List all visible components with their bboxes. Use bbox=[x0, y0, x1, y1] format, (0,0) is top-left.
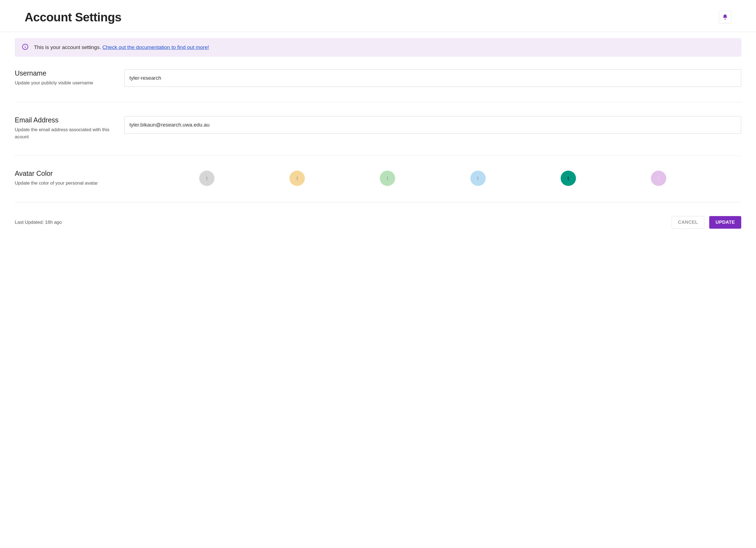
avatar-color-swatch-4[interactable]: t bbox=[561, 171, 576, 186]
avatar-color-swatch-0[interactable]: t bbox=[199, 171, 215, 186]
username-input[interactable] bbox=[124, 69, 741, 87]
email-input[interactable] bbox=[124, 116, 741, 134]
footer-row: Last Updated: 16h ago CANCEL UPDATE bbox=[15, 213, 741, 229]
email-section: Email Address Update the email address a… bbox=[15, 113, 741, 156]
avatar-color-swatch-3[interactable]: t bbox=[470, 171, 486, 186]
avatar-color-swatch-5[interactable]: t bbox=[651, 171, 666, 186]
username-section: Username Update your publicly visible us… bbox=[15, 67, 741, 102]
info-banner-text-static: This is your account settings. bbox=[34, 44, 102, 50]
avatar-color-swatch-2[interactable]: t bbox=[380, 171, 395, 186]
footer-actions: CANCEL UPDATE bbox=[672, 216, 741, 229]
notifications-button[interactable] bbox=[719, 11, 731, 24]
info-circle-icon bbox=[22, 44, 28, 51]
bell-icon bbox=[722, 14, 728, 21]
page-title: Account Settings bbox=[25, 10, 121, 24]
avatar-color-section: Avatar Color Update the color of your pe… bbox=[15, 167, 741, 202]
update-button[interactable]: UPDATE bbox=[709, 216, 741, 229]
cancel-button[interactable]: CANCEL bbox=[672, 216, 704, 229]
avatar-color-label: Avatar Color bbox=[15, 169, 119, 177]
avatar-color-swatch-1[interactable]: t bbox=[289, 171, 305, 186]
last-updated-text: Last Updated: 16h ago bbox=[15, 220, 62, 225]
svg-point-2 bbox=[25, 45, 25, 46]
avatar-color-helper: Update the color of your personal avatar bbox=[15, 180, 113, 187]
avatar-color-options: tttttt bbox=[124, 169, 741, 186]
page-header: Account Settings bbox=[0, 0, 756, 32]
info-banner-doc-link[interactable]: Check out the documentation to find out … bbox=[102, 44, 209, 50]
username-helper: Update your publicly visible username bbox=[15, 79, 113, 86]
info-banner: This is your account settings. Check out… bbox=[15, 38, 741, 57]
email-label: Email Address bbox=[15, 116, 119, 124]
email-helper: Update the email address associated with… bbox=[15, 126, 113, 140]
username-label: Username bbox=[15, 69, 119, 77]
info-banner-text: This is your account settings. Check out… bbox=[34, 44, 209, 50]
